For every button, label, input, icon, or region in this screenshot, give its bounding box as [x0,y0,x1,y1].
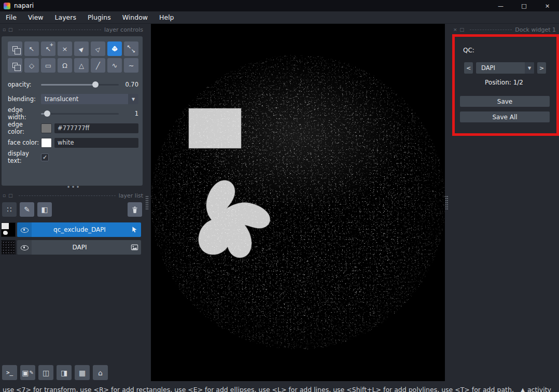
dock-float-icon[interactable]: □ [8,27,13,32]
shapes-layer-badge [128,226,141,233]
save-all-button[interactable]: Save All [460,111,550,122]
transpose-dimensions-button[interactable]: ◨ [57,365,72,380]
new-shapes-layer-button[interactable]: ✎ [20,202,34,217]
edge-width-slider[interactable] [41,110,119,117]
maximize-button[interactable]: □ [512,0,536,11]
edge-color-swatch[interactable] [41,123,52,133]
add-path-button[interactable]: ∼ [124,58,138,73]
dapi-image-layer [151,24,445,381]
face-color-field[interactable]: white [54,138,138,148]
next-channel-button[interactable]: > [537,62,546,74]
select-vertices-button[interactable]: ↖ [24,41,39,56]
edge-width-slider-handle[interactable] [44,110,50,117]
display-text-row: display text: ✓ [8,151,138,163]
console-button[interactable]: >_ [2,365,17,380]
window-controls: — □ × [489,0,559,11]
edge-color-field[interactable]: #777777ff [54,123,138,133]
edge-width-row: edge width: 1 [8,108,138,119]
menu-view[interactable]: View [22,13,49,21]
opacity-slider-handle[interactable] [92,81,99,88]
napari-logo-icon [4,3,10,9]
menu-help[interactable]: Help [153,13,180,21]
add-ellipse-button[interactable]: ◇ [24,58,39,73]
roll-dimensions-icon: ◫ [43,369,49,377]
grid-view-icon: ▦ [79,369,86,377]
new-labels-layer-icon: ◧ [41,205,48,214]
dock-float-icon[interactable]: □ [8,193,13,198]
image-layer-thumbnail [1,240,16,255]
display-text-checkbox[interactable]: ✓ [41,153,49,161]
transform-button[interactable]: ↖↘ [124,41,138,56]
remove-vertex-button[interactable]: × [58,41,72,56]
ndisplay-pencil-icon: ✎ [29,370,33,375]
opacity-slider[interactable] [41,81,119,88]
roll-dimensions-button[interactable]: ◫ [38,365,53,380]
trash-icon [131,206,138,214]
toggle-ndisplay-button[interactable]: ▣✎ [20,365,35,380]
dock-hide-icon[interactable]: ▫ [3,193,6,198]
layer-row-qc-exclude-dapi[interactable]: qc_exclude_DAPI [17,222,141,237]
panel-resize-grip[interactable]: ••• [0,184,147,191]
visibility-toggle-button[interactable] [17,240,32,255]
menu-window[interactable]: Window [117,13,153,21]
save-button[interactable]: Save [460,96,550,107]
activity-toggle[interactable]: ▲ activity [521,386,551,392]
menu-layers[interactable]: Layers [49,13,82,21]
new-labels-layer-button[interactable]: ◧ [37,202,52,217]
add-polygon-lasso-button[interactable]: Ω [58,58,72,73]
previous-channel-button[interactable]: < [464,62,473,74]
blending-dropdown-arrow-icon[interactable]: ▼ [128,94,138,104]
minimize-button[interactable]: — [489,0,512,11]
title-bar: napari — □ × [0,0,559,11]
layer-list-toolbar: ∷ ✎ ◧ [2,202,52,217]
insert-vertex-button[interactable]: ↖+ [41,41,55,56]
left-dock-splitter[interactable] [146,196,148,209]
activity-label: activity [527,386,551,392]
channel-dropdown[interactable]: DAPI ▼ [476,62,534,74]
dock-widget-header: × □ Dock widget 1 [453,26,556,33]
add-polygon-button[interactable]: △ [74,58,89,73]
close-button[interactable]: × [536,0,559,11]
eye-icon [21,226,29,234]
add-line-button[interactable]: ╱ [91,58,105,73]
grid-view-button[interactable]: ▦ [75,365,90,380]
right-dock-splitter[interactable] [445,196,448,209]
add-polyline-icon: ∿ [112,62,118,69]
direct-select-icon: ▷ [94,45,102,52]
move-to-back-button[interactable] [8,58,22,73]
blending-row: blending: translucent ▼ [8,93,138,105]
opacity-slider-fill [41,84,95,86]
home-button[interactable]: ⌂ [93,365,108,380]
face-color-swatch[interactable] [41,138,52,148]
menu-plugins[interactable]: Plugins [82,13,117,21]
channel-value: DAPI [476,64,525,72]
menu-bar: File View Layers Plugins Window Help [0,11,559,24]
layer-row-dapi[interactable]: DAPI [17,240,141,255]
new-points-layer-button[interactable]: ∷ [2,202,17,217]
layer-controls-dock-header: ▫ □ layer controls [3,26,143,33]
edge-width-value: 1 [122,110,138,117]
edge-color-row: edge color: #777777ff [8,122,138,134]
qc-rectangle-shape[interactable] [189,108,241,148]
add-polyline-button[interactable]: ∿ [107,58,122,73]
pan-zoom-icon-vertical: ↕ [107,41,122,56]
delete-layer-button[interactable] [128,202,142,217]
visibility-toggle-button[interactable] [17,222,32,237]
add-rectangle-button[interactable]: ▭ [41,58,55,73]
viewer-canvas[interactable] [151,24,445,381]
status-bar: use <7> for transform, use <R> for add r… [0,386,559,392]
pan-zoom-button[interactable]: ↔↕ [107,41,122,56]
dock-hide-icon[interactable]: ▫ [3,27,6,32]
move-to-front-icon [12,46,18,51]
qc-label: QC: [463,47,474,54]
select-shapes-button[interactable]: ▶ [74,41,89,56]
channel-dropdown-arrow-icon[interactable]: ▼ [525,62,534,74]
blending-dropdown[interactable]: translucent ▼ [41,94,138,104]
add-polygon-icon: △ [79,62,84,69]
direct-select-button[interactable]: ▷ [91,41,105,56]
move-to-front-button[interactable] [8,41,22,56]
dock-float-icon[interactable]: □ [460,27,465,32]
dock-close-icon[interactable]: × [453,27,457,32]
layer-controls-dock-title: layer controls [104,26,143,33]
menu-file[interactable]: File [0,13,22,21]
